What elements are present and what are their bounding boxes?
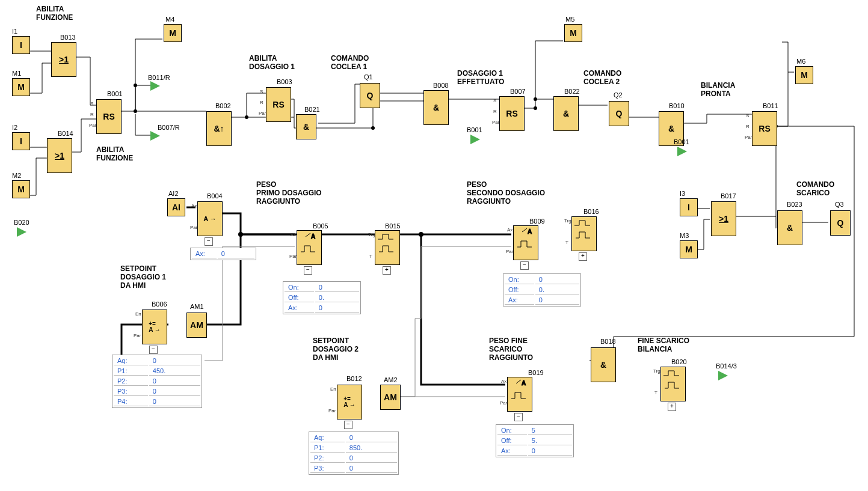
- lbl-m5: M5: [565, 16, 574, 23]
- lbl-b009: B009: [529, 218, 545, 225]
- lbl-q1: Q1: [364, 73, 373, 81]
- block-b002[interactable]: &↑: [206, 111, 232, 146]
- block-b004[interactable]: A →: [197, 201, 223, 236]
- param-b004[interactable]: Ax:0: [190, 248, 256, 260]
- block-b009[interactable]: A: [513, 225, 538, 260]
- block-b001[interactable]: RS: [96, 99, 122, 134]
- block-b015[interactable]: [375, 230, 400, 265]
- block-b007[interactable]: RS: [499, 96, 525, 131]
- lbl-ai2: AI2: [168, 190, 179, 197]
- lbl-flag3: B001: [467, 126, 482, 133]
- lbl-b001: B001: [107, 90, 123, 97]
- block-b005[interactable]: A: [297, 230, 322, 265]
- lbl-b005: B005: [313, 222, 328, 230]
- title-dos-eff: DOSAGGIO 1 EFFETTUATO: [457, 69, 504, 86]
- title-peso-secondo: PESO SECONDO DOSAGGIO RAGGIUNTO: [467, 180, 545, 206]
- block-b014[interactable]: >1: [47, 138, 72, 173]
- lbl-b020: B020: [671, 358, 687, 365]
- lbl-b021: B021: [304, 106, 320, 113]
- block-i1[interactable]: I: [12, 36, 30, 54]
- lbl-m2: M2: [12, 172, 21, 179]
- toggle-b005[interactable]: −: [304, 266, 312, 275]
- block-m5[interactable]: M: [564, 24, 582, 42]
- block-i2[interactable]: I: [12, 132, 30, 150]
- editor-grid: [0, 0, 868, 491]
- block-b020[interactable]: [660, 367, 686, 401]
- block-b011[interactable]: RS: [752, 111, 777, 146]
- toggle-b016[interactable]: +: [579, 252, 587, 261]
- block-am2[interactable]: AM: [380, 385, 401, 410]
- toggle-b012[interactable]: −: [344, 421, 352, 429]
- block-q3[interactable]: Q: [830, 210, 851, 236]
- block-b021[interactable]: &: [296, 114, 316, 139]
- block-m2[interactable]: M: [12, 180, 30, 198]
- title-cmd-coclea1: COMANDO COCLEA 1: [331, 54, 369, 71]
- flag-b020[interactable]: [17, 227, 26, 237]
- lbl-am2: AM2: [384, 376, 398, 383]
- lbl-i1: I1: [12, 28, 17, 35]
- title-cmd-scarico: COMANDO SCARICO: [796, 180, 834, 197]
- block-b006[interactable]: += A →: [142, 310, 167, 344]
- block-b003[interactable]: RS: [266, 87, 291, 122]
- param-b019[interactable]: On:5Off:5.Ax:0: [496, 424, 574, 457]
- flag-b011r[interactable]: [150, 81, 160, 91]
- block-m6[interactable]: M: [795, 66, 813, 84]
- param-b005[interactable]: On:0Off:0.Ax:0: [283, 281, 361, 314]
- title-setpoint2: SETPOINT DOSAGGIO 2 DA HMI: [313, 337, 359, 362]
- title-abilita-1: ABILITA FUNZIONE: [36, 5, 73, 22]
- block-b012[interactable]: += A →: [337, 385, 362, 419]
- lbl-b023: B023: [787, 201, 802, 208]
- toggle-b009[interactable]: −: [520, 261, 529, 270]
- flag-b001-1[interactable]: [470, 135, 480, 144]
- title-bilancia: BILANCIA PRONTA: [701, 81, 735, 98]
- param-b012[interactable]: Aq:0P1:850.P2:0P3:0: [309, 432, 399, 475]
- lbl-b016: B016: [583, 208, 599, 215]
- lbl-am1: AM1: [190, 303, 204, 310]
- block-b013[interactable]: >1: [51, 42, 76, 77]
- title-peso-primo: PESO PRIMO DOSAGGIO RAGGIUNTO: [256, 180, 322, 206]
- toggle-b015[interactable]: +: [383, 266, 391, 275]
- lbl-flag5: B020: [14, 219, 29, 226]
- flag-b014-3[interactable]: [718, 371, 728, 380]
- lbl-b017: B017: [721, 192, 736, 200]
- lbl-b014: B014: [58, 130, 73, 137]
- block-b018[interactable]: &: [591, 347, 616, 382]
- svg-text:A: A: [522, 380, 526, 386]
- block-m1[interactable]: M: [12, 78, 30, 96]
- block-ai2[interactable]: AI: [167, 198, 185, 216]
- block-q1[interactable]: Q: [360, 83, 380, 108]
- lbl-b011: B011: [763, 102, 778, 109]
- param-b009[interactable]: On:0Off:0.Ax:0: [503, 273, 581, 306]
- toggle-b020[interactable]: +: [668, 403, 676, 411]
- lbl-b010: B010: [669, 102, 685, 109]
- lbl-b022: B022: [564, 88, 580, 95]
- block-b016[interactable]: [571, 216, 597, 251]
- flag-b007r[interactable]: [150, 131, 160, 141]
- block-b017[interactable]: >1: [711, 201, 736, 236]
- block-b019[interactable]: A: [507, 377, 532, 412]
- title-peso-fine: PESO FINE SCARICO RAGGIUNTO: [489, 337, 533, 362]
- block-am1[interactable]: AM: [186, 313, 207, 338]
- svg-text:A: A: [311, 233, 315, 240]
- lbl-b013: B013: [60, 34, 76, 41]
- lbl-b003: B003: [277, 78, 292, 85]
- toggle-b004[interactable]: −: [205, 237, 213, 246]
- lbl-m6: M6: [796, 58, 805, 65]
- block-m3[interactable]: M: [680, 240, 698, 258]
- block-b008[interactable]: &: [423, 90, 449, 125]
- lbl-m4: M4: [165, 16, 174, 23]
- block-m4[interactable]: M: [164, 24, 182, 42]
- block-b023[interactable]: &: [777, 210, 802, 245]
- flag-b001-2[interactable]: [677, 147, 687, 156]
- param-b006[interactable]: Aq:0P1:450.P2:0P3:0P4:0: [112, 355, 202, 408]
- toggle-b006[interactable]: −: [149, 346, 158, 354]
- lbl-i2: I2: [12, 124, 17, 131]
- toggle-b019[interactable]: −: [514, 413, 523, 421]
- lbl-q2: Q2: [614, 91, 623, 99]
- block-i3[interactable]: I: [680, 198, 698, 216]
- lbl-b007: B007: [510, 88, 526, 95]
- block-b022[interactable]: &: [553, 96, 579, 131]
- lbl-flag6: B014/3: [716, 362, 737, 370]
- block-q2[interactable]: Q: [609, 101, 629, 126]
- lbl-b015: B015: [385, 222, 401, 230]
